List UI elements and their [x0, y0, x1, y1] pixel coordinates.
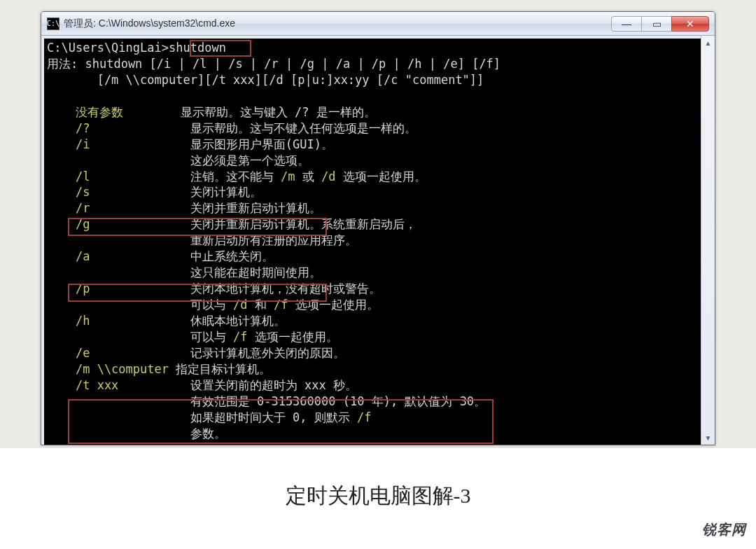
scroll-down-arrow-icon[interactable]: ▼: [702, 431, 715, 445]
vertical-scrollbar[interactable]: ▲ ▼: [701, 36, 715, 445]
minimize-button[interactable]: —: [611, 16, 642, 32]
title-bar[interactable]: C:\ 管理员: C:\Windows\system32\cmd.exe — ▭…: [41, 12, 715, 36]
scroll-up-arrow-icon[interactable]: ▲: [702, 36, 715, 50]
close-button[interactable]: ✕: [671, 16, 709, 32]
figure-caption: 定时关机电脑图解-3: [286, 482, 471, 510]
watermark: 锐客网: [702, 520, 746, 539]
cmd-window: C:\ 管理员: C:\Windows\system32\cmd.exe — ▭…: [41, 11, 715, 445]
window-title: 管理员: C:\Windows\system32\cmd.exe: [64, 18, 612, 30]
maximize-button[interactable]: ▭: [641, 16, 672, 32]
console-output[interactable]: C:\Users\QingLai>shutdown 用法: shutdown […: [44, 39, 701, 445]
cmd-icon: C:\: [47, 18, 59, 30]
